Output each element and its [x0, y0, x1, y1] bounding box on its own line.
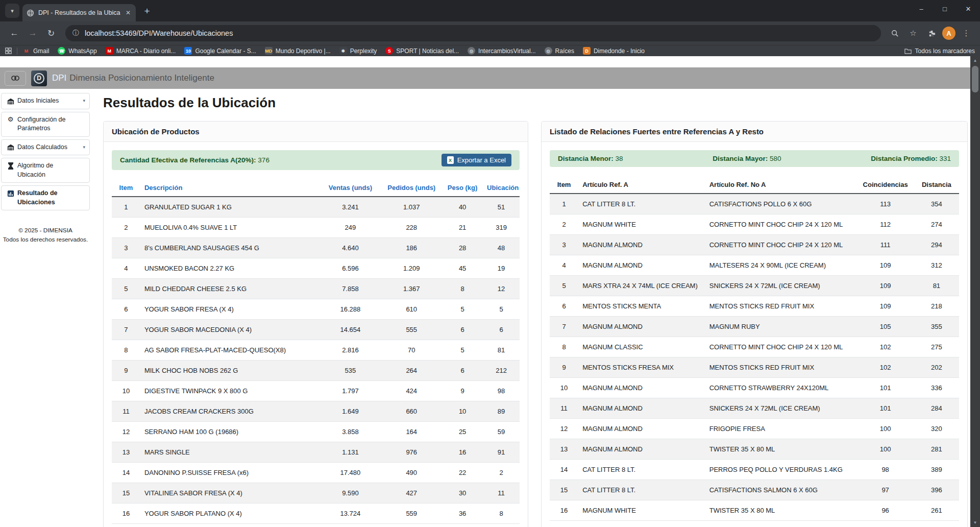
table-cell: 490 [381, 463, 442, 483]
bookmark-item[interactable]: ◍IntercambiosVirtual... [468, 47, 536, 55]
relations-table-row: 8MAGNUM CLASSICCORNETTO MINT CHOC CHIP 2… [550, 337, 959, 357]
table-cell: 8 [112, 340, 140, 361]
table-cell: CORNETTO MINT CHOC CHIP 24 X 120 ML [705, 235, 857, 255]
bookmark-item[interactable]: DDimedonde - Inicio [583, 47, 645, 55]
table-cell: 14 [550, 460, 578, 480]
maximize-button[interactable]: □ [933, 0, 957, 17]
bookmark-star-icon[interactable]: ☆ [905, 26, 921, 41]
minimize-button[interactable]: – [910, 0, 933, 17]
bookmark-item[interactable]: MGmail [22, 47, 49, 55]
apps-grid-icon[interactable] [5, 47, 12, 54]
table-cell: UNSMOKED BACON 2.27 KG [140, 258, 320, 279]
bookmark-item[interactable]: SSPORT | Noticias del... [385, 47, 459, 55]
menu-kebab-icon[interactable]: ⋮ [959, 26, 974, 41]
table-cell: AG SABOR FRESA-PLAT-MACED-QUESO(X8) [140, 340, 320, 361]
bookmark-item[interactable]: MDMundo Deportivo |... [265, 47, 331, 55]
profile-avatar[interactable]: A [942, 27, 955, 40]
table-cell: MAGNUM WHITE [578, 500, 705, 521]
sidebar-item-datos-calculados[interactable]: Datos Calculados▾ [1, 139, 90, 156]
table-cell: 535 [320, 361, 381, 381]
table-cell: 48 [483, 238, 520, 258]
table-cell: 6 [442, 320, 483, 340]
table-cell: CAT LITTER 8 LT. [578, 460, 705, 480]
table-cell: MAGNUM ALMOND [578, 398, 705, 419]
table-cell: 7 [550, 317, 578, 337]
bookmark-item[interactable]: 10Google Calendar - S... [184, 47, 256, 55]
tab-favicon-globe-icon [27, 9, 34, 17]
new-tab-button[interactable]: + [140, 4, 154, 18]
page-scrollbar[interactable]: ▲ ▼ [970, 56, 980, 527]
table-cell: SNICKERS 24 X 72ML (ICE CREAM) [705, 276, 857, 296]
toolbar-icons: ☆ A ⋮ [887, 26, 974, 41]
close-button[interactable]: ✕ [957, 0, 980, 17]
scroll-down-icon[interactable]: ▼ [970, 518, 980, 527]
table-cell: 202 [914, 357, 959, 378]
table-cell: CORNETTO MINT CHOC CHIP 24 X 120 ML [705, 337, 857, 357]
table-cell: GRANULATED SUGAR 1 KG [140, 197, 320, 218]
back-button[interactable]: ← [6, 25, 22, 41]
tab-close-icon[interactable]: ✕ [125, 9, 132, 16]
browser-tab[interactable]: DPI - Resultados de la Ubicació ✕ [22, 4, 136, 21]
table-cell: 976 [381, 442, 442, 463]
products-table-row: 38's CUMBERLAND SAUSAGES 454 G4.64018628… [112, 238, 520, 258]
bookmark-label: MARCA - Diario onli... [116, 47, 176, 55]
sidebar-item-algoritmo-de-ubicaci-n[interactable]: Algoritmo de Ubicación [1, 158, 90, 183]
table-cell: 8's CUMBERLAND SAUSAGES 454 G [140, 238, 320, 258]
all-bookmarks-button[interactable]: Todos los marcadores [904, 47, 975, 55]
browser-toolbar: ← → ↻ ⓘ localhost:53469/DPI/Warehouse/Ub… [0, 21, 980, 45]
address-bar[interactable]: ⓘ localhost:53469/DPI/Warehouse/Ubicacio… [65, 25, 881, 41]
table-cell: 6.596 [320, 258, 381, 279]
chevron-down-icon: ▾ [83, 98, 85, 104]
table-cell: 21 [442, 218, 483, 238]
table-cell: 294 [914, 235, 959, 255]
relations-table-row: 11MAGNUM ALMONDSNICKERS 24 X 72ML (ICE C… [550, 398, 959, 419]
sidebar-item-datos-iniciales[interactable]: Datos Iniciales▾ [1, 93, 90, 109]
table-cell: MAGNUM ALMOND [578, 439, 705, 460]
window-controls: – □ ✕ [910, 0, 980, 17]
table-cell: 105 [856, 317, 914, 337]
gears-icon: ⚙ [7, 116, 14, 124]
bookmark-item[interactable]: ✱Perplexity [339, 47, 377, 55]
scrollbar-thumb[interactable] [972, 66, 978, 92]
table-cell: 2.816 [320, 340, 381, 361]
app-brand: DPIDimensia Posicionamiento Inteligente [52, 73, 214, 83]
app-header: D DPIDimensia Posicionamiento Inteligent… [0, 67, 980, 89]
sidebar-item-resultado-de-ubicaciones[interactable]: Resultado de Ubicaciones [1, 185, 90, 210]
forward-button[interactable]: → [24, 25, 41, 41]
relations-table-row: 12MAGNUM ALMONDFRIGOPIE FRESA100320 [550, 419, 959, 439]
table-cell: 3 [550, 235, 578, 255]
dimedonde-icon: D [583, 47, 591, 55]
globe-icon: ◍ [545, 47, 552, 55]
sidebar-item-configuraci-n-de-par-metros[interactable]: ⚙Configuración de Parámetros [1, 112, 90, 137]
column-header: Peso (kg) [442, 179, 483, 197]
table-cell: PERROS PEQ POLLO Y VERDURAS 1.4KG [705, 460, 857, 480]
table-cell: JACOBS CREAM CRACKERS 300G [140, 401, 320, 422]
site-info-icon[interactable]: ⓘ [72, 29, 79, 38]
table-cell: 59 [483, 422, 520, 442]
calendar-icon: 10 [184, 47, 192, 55]
scroll-up-icon[interactable]: ▲ [970, 56, 980, 65]
bookmark-item[interactable]: MMARCA - Diario onli... [106, 47, 176, 55]
zoom-icon[interactable] [887, 26, 902, 41]
table-cell: 6 [550, 296, 578, 317]
column-header: Pedidos (unds) [381, 179, 442, 197]
table-cell: MAGNUM ALMOND [578, 317, 705, 337]
table-cell: 354 [914, 194, 959, 214]
hourglass-icon [7, 162, 14, 170]
sidebar-item-label: Configuración de Parámetros [17, 115, 79, 133]
bookmark-label: IntercambiosVirtual... [478, 47, 536, 55]
table-cell: CATISFACTIONS POLLO 6 X 60G [705, 194, 857, 214]
table-cell: 5 [112, 279, 140, 299]
table-cell: 274 [914, 214, 959, 235]
excel-icon: X [447, 156, 454, 164]
sidebar-toggle-button[interactable] [5, 71, 26, 86]
table-cell: 249 [320, 218, 381, 238]
bookmark-item[interactable]: ☎WhatsApp [58, 47, 96, 55]
export-excel-button[interactable]: X Exportar a Excel [442, 154, 511, 166]
table-cell: 389 [914, 460, 959, 480]
extensions-icon[interactable] [924, 26, 939, 41]
tab-search-button[interactable]: ▾ [5, 4, 19, 18]
bookmark-item[interactable]: ◍Raíces [545, 47, 574, 55]
products-table-row: 8AG SABOR FRESA-PLAT-MACED-QUESO(X8)2.81… [112, 340, 520, 361]
reload-button[interactable]: ↻ [43, 25, 59, 41]
